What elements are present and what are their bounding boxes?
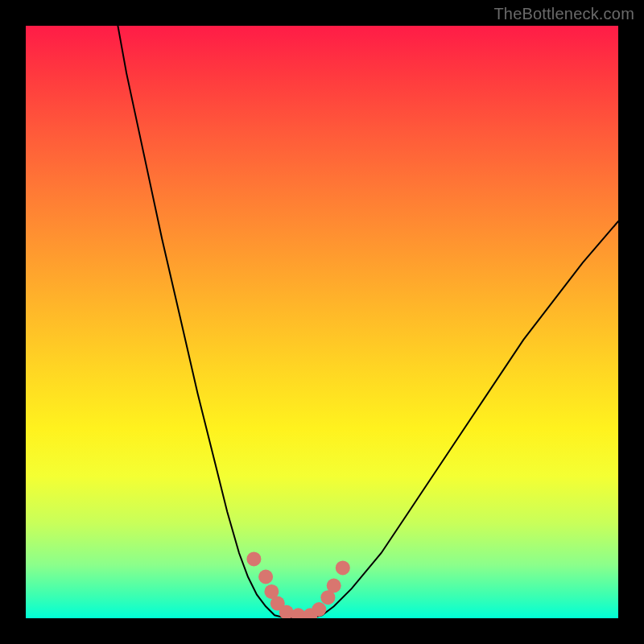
chart-svg — [26, 26, 618, 618]
highlight-dot — [258, 570, 273, 584]
highlight-markers — [246, 551, 349, 618]
highlight-dot — [312, 602, 326, 617]
highlight-dot — [336, 560, 350, 575]
highlight-dot — [327, 579, 341, 593]
curve-layer — [114, 26, 618, 618]
watermark-text: TheBottleneck.com — [493, 5, 634, 23]
bottleneck-curve — [114, 26, 618, 618]
chart-plot-area — [26, 26, 618, 618]
highlight-dot — [246, 551, 261, 566]
